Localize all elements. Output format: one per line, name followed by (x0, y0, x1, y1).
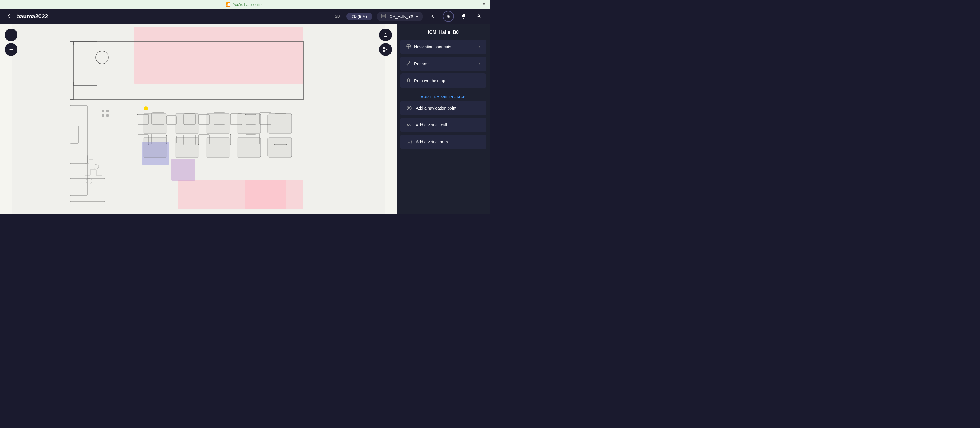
svg-rect-56 (206, 138, 230, 157)
svg-rect-58 (268, 138, 292, 157)
svg-point-65 (409, 108, 409, 108)
back-button[interactable] (6, 13, 12, 19)
floor-selector[interactable]: ICM_Halle_B0 (377, 12, 423, 21)
add-item-section-label: ADD ITEM ON THE MAP (397, 90, 490, 101)
chevron-down-icon (415, 14, 419, 18)
notification-bar: 📶 You're back online. × (0, 0, 490, 9)
add-navigation-point-button[interactable]: Add a navigation point (400, 101, 487, 116)
notification-bell-button[interactable] (458, 11, 469, 22)
add-navigation-point-label: Add a navigation point (416, 106, 457, 111)
chevron-left-icon (431, 14, 435, 19)
trash-icon (406, 78, 411, 84)
svg-rect-52 (237, 114, 261, 133)
svg-rect-55 (175, 138, 199, 157)
svg-rect-0 (382, 14, 386, 18)
arrow-icon: › (479, 62, 480, 66)
prev-button[interactable] (428, 11, 438, 22)
notification-message: You're back online. (233, 2, 264, 7)
wall-icon (406, 122, 412, 128)
svg-rect-57 (237, 138, 261, 157)
svg-rect-12 (245, 180, 303, 209)
svg-point-6 (383, 51, 385, 52)
main-content: + − (0, 24, 490, 214)
svg-rect-45 (102, 110, 104, 112)
svg-point-5 (383, 48, 385, 49)
person-icon (383, 32, 388, 38)
user-icon (476, 13, 482, 19)
svg-text:A: A (408, 141, 410, 143)
target-icon (406, 105, 412, 111)
add-virtual-wall-label: Add a virtual wall (416, 123, 447, 127)
wifi-icon: 📶 (226, 2, 231, 7)
svg-point-44 (144, 106, 148, 111)
zoom-in-button[interactable]: + (5, 29, 18, 41)
rename-button[interactable]: Rename › (400, 57, 487, 71)
snowflake-icon: ✳ (447, 14, 450, 19)
notification-close-button[interactable]: × (483, 2, 485, 7)
add-virtual-area-label: Add a virtual area (416, 139, 448, 144)
menu-item-left: Rename (406, 60, 430, 67)
zoom-out-button[interactable]: − (5, 43, 18, 56)
svg-rect-49 (143, 114, 167, 133)
svg-point-3 (478, 14, 480, 16)
view-tabs: 2D 3D (BIM) (330, 13, 372, 21)
svg-point-4 (385, 33, 387, 34)
svg-rect-51 (206, 114, 230, 133)
remove-map-label: Remove the map (414, 78, 445, 83)
svg-line-8 (385, 49, 387, 51)
header-right-controls: ✳ (428, 11, 484, 22)
tab-3d[interactable]: 3D (BIM) (347, 13, 372, 21)
navigation-shortcuts-label: Navigation shortcuts (414, 44, 451, 49)
add-virtual-wall-button[interactable]: Add a virtual wall (400, 118, 487, 132)
area-icon: A (406, 139, 412, 145)
map-area[interactable]: + − (0, 24, 397, 214)
scissors-button[interactable] (379, 43, 392, 56)
add-virtual-area-button[interactable]: A Add a virtual area (400, 135, 487, 149)
rename-label: Rename (414, 62, 430, 66)
page-title: bauma2022 (16, 13, 326, 20)
floor-name: ICM_Halle_B0 (388, 14, 413, 19)
svg-rect-46 (107, 110, 109, 112)
bell-icon (461, 13, 467, 19)
svg-rect-50 (175, 114, 199, 133)
arrow-icon: › (479, 44, 480, 49)
remove-map-button[interactable]: Remove the map (400, 73, 487, 88)
navigation-shortcuts-button[interactable]: Navigation shortcuts › (400, 40, 487, 54)
floor-plan-svg (0, 24, 397, 214)
menu-item-left: Navigation shortcuts (406, 44, 451, 50)
svg-rect-53 (268, 114, 292, 133)
tab-2d[interactable]: 2D (330, 13, 346, 21)
pencil-icon (406, 60, 411, 67)
map-overlay-buttons (379, 29, 392, 56)
floor-icon (381, 13, 386, 19)
zoom-controls: + − (5, 29, 18, 56)
header: bauma2022 2D 3D (BIM) ICM_Halle_B0 ✳ (0, 9, 490, 24)
svg-rect-48 (107, 114, 109, 117)
svg-rect-54 (143, 138, 167, 157)
navigate-me-button[interactable] (379, 29, 392, 41)
svg-point-62 (408, 46, 409, 47)
user-profile-button[interactable] (474, 11, 484, 22)
snowflake-button[interactable]: ✳ (443, 11, 454, 22)
back-arrow-icon (6, 13, 12, 19)
scissors-icon (383, 47, 388, 52)
right-panel: ICM_Halle_B0 Navigation shortcuts › (397, 24, 490, 214)
svg-rect-43 (171, 159, 195, 181)
svg-rect-10 (134, 27, 303, 84)
svg-rect-47 (102, 114, 104, 117)
panel-title: ICM_Halle_B0 (397, 24, 490, 40)
compass-icon (406, 44, 411, 50)
menu-item-left: Remove the map (406, 78, 445, 84)
